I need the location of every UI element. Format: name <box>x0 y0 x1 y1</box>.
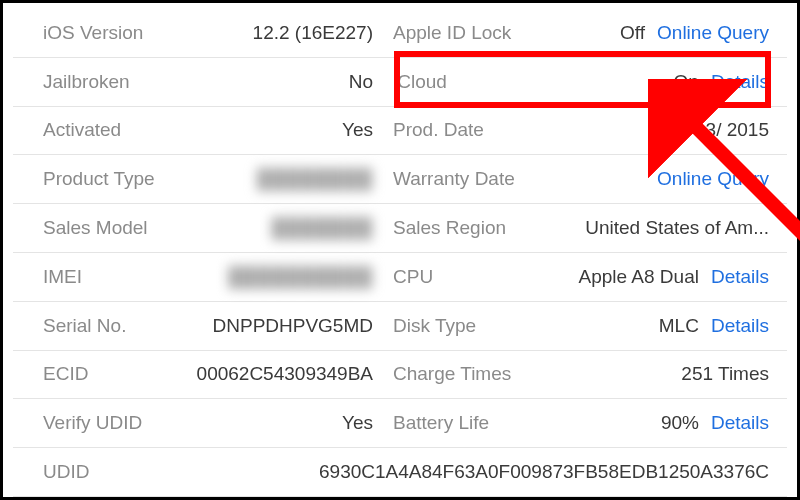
value-ios-version: 12.2 (16E227) <box>253 22 373 44</box>
value-apple-id-lock: Off <box>620 22 645 44</box>
value-product-type: ████████ <box>257 168 373 190</box>
label-ecid: ECID <box>43 363 88 385</box>
device-info-panel: iOS Version 12.2 (16E227) Apple ID Lock … <box>13 9 787 497</box>
label-charge-times: Charge Times <box>393 363 511 385</box>
label-product-type: Product Type <box>43 168 155 190</box>
value-activated: Yes <box>342 119 373 141</box>
link-disk-details[interactable]: Details <box>711 315 769 337</box>
value-serial-no: DNPPDHPVG5MD <box>213 315 373 337</box>
link-apple-id-lock-query[interactable]: Online Query <box>657 22 769 44</box>
label-warranty-date: Warranty Date <box>393 168 515 190</box>
value-ecid: 00062C54309349BA <box>197 363 373 385</box>
row-udid: UDID 6930C1A4A84F63A0F009873FB58EDB1250A… <box>13 448 787 497</box>
label-verify-udid: Verify UDID <box>43 412 142 434</box>
label-icloud: iCloud <box>393 71 447 93</box>
label-jailbroken: Jailbroken <box>43 71 130 93</box>
label-cpu: CPU <box>393 266 433 288</box>
label-activated: Activated <box>43 119 121 141</box>
value-disk-type: MLC <box>659 315 699 337</box>
value-jailbroken: No <box>349 71 373 93</box>
label-ios-version: iOS Version <box>43 22 143 44</box>
label-battery-life: Battery Life <box>393 412 489 434</box>
row-ios-appleid: iOS Version 12.2 (16E227) Apple ID Lock … <box>13 9 787 58</box>
value-prod-date: 3/ 2015 <box>706 119 769 141</box>
label-disk-type: Disk Type <box>393 315 476 337</box>
row-salesmodel-salesregion: Sales Model ███████ Sales Region United … <box>13 204 787 253</box>
value-imei: ██████████ <box>228 266 373 288</box>
label-imei: IMEI <box>43 266 82 288</box>
value-udid: 6930C1A4A84F63A0F009873FB58EDB1250A3376C <box>319 461 769 483</box>
row-ecid-chargetimes: ECID 00062C54309349BA Charge Times 251 T… <box>13 351 787 400</box>
value-charge-times: 251 Times <box>681 363 769 385</box>
row-verifyudid-battery: Verify UDID Yes Battery Life 90% Details <box>13 399 787 448</box>
link-cpu-details[interactable]: Details <box>711 266 769 288</box>
link-battery-details[interactable]: Details <box>711 412 769 434</box>
label-sales-model: Sales Model <box>43 217 148 239</box>
value-sales-model: ███████ <box>272 217 373 239</box>
link-icloud-details[interactable]: Details <box>711 71 769 93</box>
row-serial-disktype: Serial No. DNPPDHPVG5MD Disk Type MLC De… <box>13 302 787 351</box>
label-apple-id-lock: Apple ID Lock <box>393 22 511 44</box>
value-battery-life: 90% <box>661 412 699 434</box>
row-jailbroken-icloud: Jailbroken No iCloud On Details <box>13 58 787 107</box>
row-producttype-warranty: Product Type ████████ Warranty Date Onli… <box>13 155 787 204</box>
label-serial-no: Serial No. <box>43 315 126 337</box>
label-prod-date: Prod. Date <box>393 119 484 141</box>
value-icloud: On <box>674 71 699 93</box>
link-warranty-query[interactable]: Online Query <box>657 168 769 190</box>
row-imei-cpu: IMEI ██████████ CPU Apple A8 Dual Detail… <box>13 253 787 302</box>
row-activated-proddate: Activated Yes Prod. Date 3/ 2015 <box>13 107 787 156</box>
value-sales-region: United States of Am... <box>585 217 769 239</box>
label-sales-region: Sales Region <box>393 217 506 239</box>
label-udid: UDID <box>43 461 89 483</box>
value-verify-udid: Yes <box>342 412 373 434</box>
value-cpu: Apple A8 Dual <box>579 266 699 288</box>
